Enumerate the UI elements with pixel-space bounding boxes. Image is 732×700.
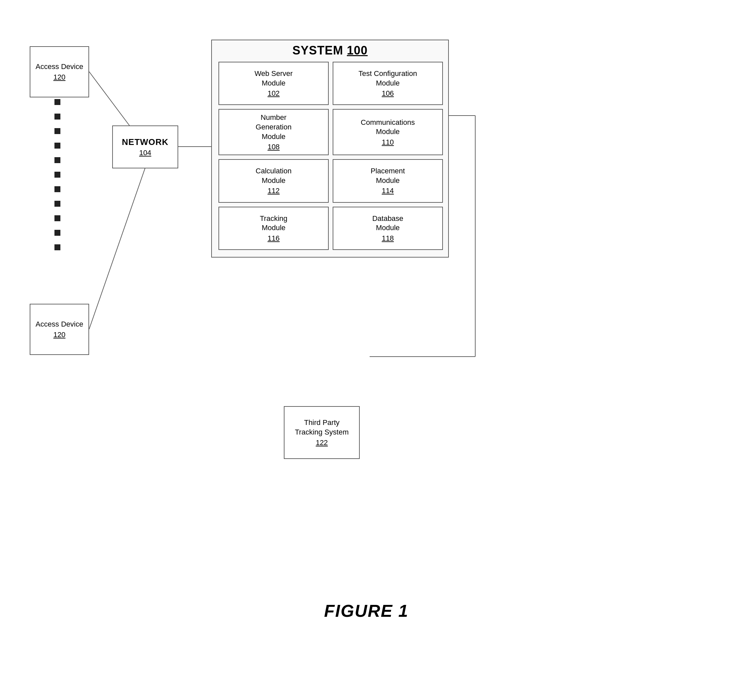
system-title: SYSTEM 100 [212,44,448,57]
module-placement-number: 114 [382,187,394,195]
dot-10 [54,230,60,236]
module-test-config-number: 106 [382,89,394,98]
network-box: NETWORK 104 [112,125,178,168]
dot-5 [54,157,60,163]
module-database-name: DatabaseModule [372,214,403,233]
dot-11 [54,244,60,250]
network-name: NETWORK [122,137,168,147]
third-party-name: Third PartyTracking System [295,418,349,437]
module-test-config-name: Test ConfigurationModule [358,69,417,88]
module-calculation-number: 112 [268,187,280,195]
module-web-server: Web ServerModule 102 [219,62,329,105]
access-device-top-number: 120 [53,73,66,82]
module-communications: CommunicationsModule 110 [333,109,443,155]
module-communications-name: CommunicationsModule [361,118,415,137]
module-number-gen: NumberGenerationModule 108 [219,109,329,155]
module-calculation: CalculationModule 112 [219,159,329,202]
module-number-gen-number: 108 [268,143,280,151]
module-placement-name: PlacementModule [371,166,405,185]
module-database-number: 118 [382,234,394,243]
dot-9 [54,215,60,221]
access-device-bottom-name: Access Device [36,320,83,329]
module-number-gen-name: NumberGenerationModule [256,113,292,141]
dot-6 [54,172,60,178]
svg-line-1 [89,168,145,329]
module-web-server-name: Web ServerModule [254,69,293,88]
access-device-top-name: Access Device [36,62,83,72]
access-device-bottom-number: 120 [53,331,66,339]
modules-grid: Web ServerModule 102 Test ConfigurationM… [219,62,443,250]
network-number: 104 [139,149,151,157]
module-tracking: TrackingModule 116 [219,207,329,250]
diagram: Access Device 120 Access Device 120 NETW… [20,20,713,647]
dot-2 [54,113,60,119]
third-party-number: 122 [316,438,328,447]
module-database: DatabaseModule 118 [333,207,443,250]
module-tracking-name: TrackingModule [260,214,288,233]
dot-7 [54,186,60,192]
module-test-config: Test ConfigurationModule 106 [333,62,443,105]
module-calculation-name: CalculationModule [256,166,292,185]
dot-4 [54,143,60,149]
system-label: SYSTEM [292,44,343,57]
dot-3 [54,128,60,134]
system-box: SYSTEM 100 Web ServerModule 102 Test Con… [211,40,449,257]
access-device-bottom: Access Device 120 [30,304,89,355]
module-placement: PlacementModule 114 [333,159,443,202]
third-party-box: Third PartyTracking System 122 [284,406,360,459]
figure-label: FIGURE 1 [324,601,409,621]
access-device-top: Access Device 120 [30,46,89,97]
module-communications-number: 110 [382,138,394,147]
module-web-server-number: 102 [268,89,280,98]
dot-8 [54,201,60,207]
system-number: 100 [347,44,368,57]
dots-column [54,99,60,250]
module-tracking-number: 116 [268,234,280,243]
figure-caption: FIGURE 1 [20,601,713,621]
dot-1 [54,99,60,105]
